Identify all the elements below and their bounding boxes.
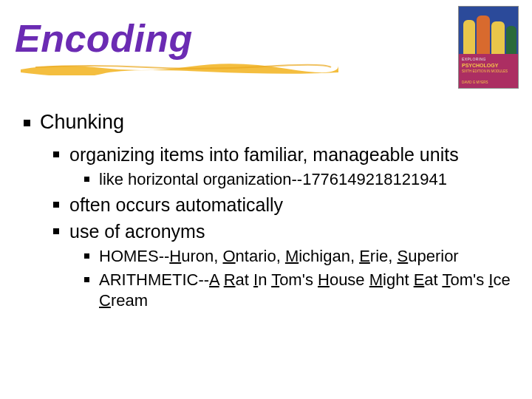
slide-content: Chunking organizing items into familiar,… [24,111,516,315]
bullet-text: organizing items into familiar, manageab… [69,144,459,165]
bullet-icon [53,228,59,234]
bullet-text: HOMES--Huron, Ontario, Michigan, Erie, S… [99,247,459,265]
bullet-acronyms: use of acronyms [53,219,516,243]
book-cover-art [459,7,518,54]
book-cover-text: EXPLORING PSYCHOLOGY SIXTH EDITION IN MO… [459,55,518,86]
bullet-homes: HOMES--Huron, Ontario, Michigan, Erie, S… [84,246,516,267]
title-underline-brush [21,61,338,75]
bullet-automatically: often occurs automatically [53,193,516,216]
bullet-icon [53,202,59,208]
bullet-arithmetic: ARITHMETIC--A Rat In Tom's House Might E… [84,270,516,311]
bullet-icon [53,151,59,157]
bullet-text: like horizontal organization--1776149218… [99,170,447,188]
bullet-horizontal-org: like horizontal organization--1776149218… [84,169,516,190]
bullet-text: ARITHMETIC--A Rat In Tom's House Might E… [99,270,511,310]
bullet-chunking: Chunking [24,111,516,134]
bullet-text: often occurs automatically [69,194,283,215]
bullet-icon [84,253,89,259]
bullet-icon [84,177,89,182]
bullet-text: use of acronyms [69,221,205,242]
textbook-cover-thumbnail: EXPLORING PSYCHOLOGY SIXTH EDITION IN MO… [458,6,519,89]
bullet-icon [84,277,89,282]
bullet-organizing: organizing items into familiar, manageab… [53,143,516,166]
slide-title: Encoding [15,16,193,61]
bullet-icon [24,120,30,126]
bullet-text: Chunking [40,111,124,133]
